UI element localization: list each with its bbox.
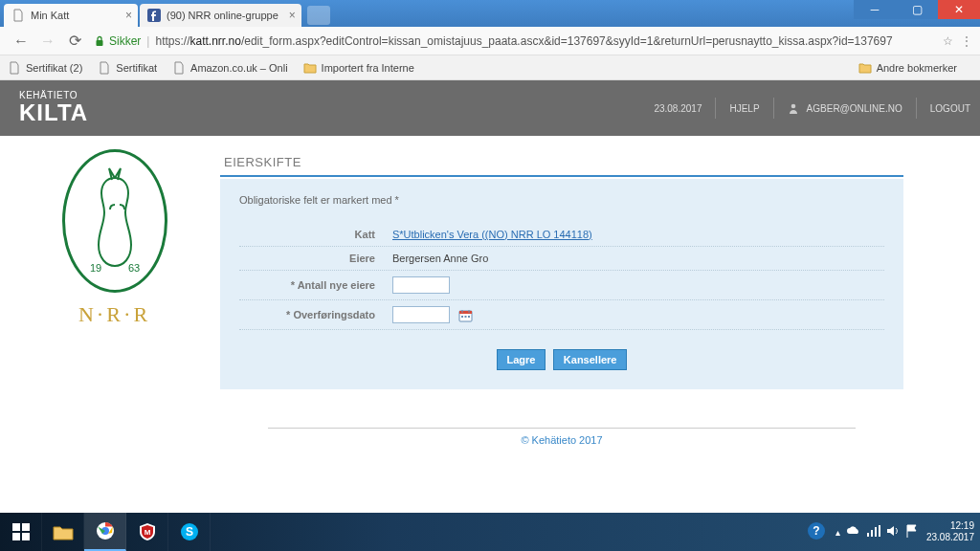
other-bookmarks[interactable]: Andre bokmerker	[858, 61, 957, 75]
antall-input[interactable]	[392, 276, 450, 294]
help-link[interactable]: HJELP	[729, 103, 759, 114]
page-icon	[172, 61, 186, 75]
tab-title: (90) NRR online-gruppe	[167, 10, 278, 21]
svg-rect-13	[12, 533, 20, 540]
main-panel: EIERSKIFTE Obligatoriske felt er markert…	[211, 149, 903, 446]
folder-icon	[858, 61, 872, 75]
window-minimize-button[interactable]: ─	[854, 0, 896, 19]
svg-rect-25	[879, 525, 880, 537]
svg-rect-9	[465, 316, 467, 318]
bookmark-item[interactable]: Sertifikat	[98, 61, 157, 75]
secure-label: Sikker	[109, 34, 141, 48]
logout-link[interactable]: LOGOUT	[930, 103, 970, 114]
close-icon[interactable]: ×	[125, 9, 132, 22]
label-dato: * Overføringsdato	[239, 309, 392, 320]
svg-text:M: M	[144, 528, 150, 537]
app-header: KEHÄTIETO KILTA 23.08.2017 HJELP AGBER@O…	[0, 80, 980, 136]
bookmark-label: Amazon.co.uk – Onli	[190, 62, 288, 74]
nrr-logo: 19 63	[62, 149, 167, 293]
section-title: EIERSKIFTE	[220, 149, 903, 177]
bookmark-item[interactable]: Amazon.co.uk – Onli	[172, 61, 288, 75]
katt-link[interactable]: S*Utblicken's Vera ((NO) NRR LO 144118)	[392, 229, 592, 240]
logo-year-left: 19	[90, 262, 101, 274]
page-icon	[8, 61, 21, 75]
svg-text:?: ?	[813, 524, 819, 538]
address-bar: ← → ⟳ Sikker | https://katt.nrr.no/edit_…	[0, 27, 980, 55]
start-button[interactable]	[0, 513, 42, 551]
task-skype[interactable]: S	[168, 513, 211, 551]
svg-rect-14	[22, 533, 30, 540]
bookmark-item[interactable]: Sertifikat (2)	[8, 61, 82, 75]
onedrive-icon[interactable]	[846, 526, 861, 538]
new-tab-button[interactable]	[307, 6, 330, 25]
star-icon[interactable]: ☆	[943, 34, 953, 48]
page-footer: © Kehätieto 2017	[268, 428, 856, 446]
dato-input[interactable]	[392, 306, 450, 323]
folder-icon	[303, 61, 317, 75]
browser-tab-2[interactable]: (90) NRR online-gruppe ×	[140, 4, 301, 27]
svg-point-3	[80, 164, 149, 278]
value-eiere: Bergersen Anne Gro	[392, 253, 884, 264]
windows-taskbar: M S ? ▴ 12:19 23.08.2017	[0, 513, 980, 551]
svg-rect-24	[875, 527, 877, 537]
browser-titlebar: Min Katt × (90) NRR online-gruppe × ─ ▢ …	[0, 0, 980, 27]
help-tray-icon[interactable]: ?	[807, 521, 826, 542]
row-antall: * Antall nye eiere	[239, 271, 884, 300]
window-close-button[interactable]: ✕	[938, 0, 980, 19]
bookmark-label: Sertifikat	[116, 62, 157, 74]
task-mcafee[interactable]: M	[126, 513, 168, 551]
svg-rect-8	[461, 316, 463, 318]
window-maximize-button[interactable]: ▢	[896, 0, 938, 19]
calendar-icon[interactable]	[458, 309, 473, 322]
task-chrome[interactable]	[84, 513, 126, 551]
save-button[interactable]: Lagre	[497, 349, 546, 370]
svg-rect-12	[22, 523, 30, 531]
row-dato: * Overføringsdato	[239, 300, 884, 330]
page-icon	[98, 61, 111, 75]
logo-year-right: 63	[128, 262, 140, 274]
page-favicon	[11, 9, 25, 22]
svg-rect-23	[871, 530, 873, 537]
bookmark-label: Sertifikat (2)	[26, 62, 82, 74]
svg-rect-11	[12, 523, 20, 531]
cancel-button[interactable]: Kansellere	[553, 349, 628, 370]
site-security[interactable]: Sikker	[94, 34, 141, 48]
svg-rect-10	[468, 316, 470, 318]
task-explorer[interactable]	[42, 513, 84, 551]
chevron-up-icon[interactable]: ▴	[835, 527, 840, 538]
svg-point-2	[791, 104, 795, 109]
label-katt: Katt	[239, 229, 392, 240]
browser-tab-1[interactable]: Min Katt ×	[4, 4, 138, 27]
system-tray: ? ▴ 12:19 23.08.2017	[807, 513, 974, 551]
bookmark-label: Importert fra Interne	[322, 62, 414, 74]
url-field[interactable]: https://katt.nrr.no/edit_form.aspx?editC…	[155, 34, 943, 48]
clock-date: 23.08.2017	[926, 532, 974, 543]
flag-icon[interactable]	[905, 524, 917, 540]
network-icon[interactable]	[867, 525, 880, 539]
tab-title: Min Katt	[31, 10, 69, 21]
svg-rect-22	[867, 533, 869, 537]
sidebar: 19 63 N·R·R	[19, 149, 211, 446]
user-email[interactable]: AGBER@ONLINE.NO	[807, 103, 902, 114]
bookmarks-bar: Sertifikat (2) Sertifikat Amazon.co.uk –…	[0, 55, 980, 80]
nrr-initials: N·R·R	[78, 302, 151, 327]
clock-time: 12:19	[926, 520, 974, 532]
mandatory-note: Obligatoriske felt er markert med *	[239, 194, 884, 206]
svg-rect-5	[459, 311, 472, 314]
label-antall: * Antall nye eiere	[239, 279, 392, 291]
menu-icon[interactable]: ⋮	[961, 34, 972, 48]
reload-button[interactable]: ⟳	[65, 32, 84, 51]
row-katt: Katt S*Utblicken's Vera ((NO) NRR LO 144…	[239, 223, 884, 247]
forward-button: →	[38, 32, 57, 51]
url-path: /edit_form.aspx?editControl=kissan_omist…	[241, 34, 893, 48]
user-icon	[788, 102, 799, 114]
taskbar-clock[interactable]: 12:19 23.08.2017	[926, 520, 974, 543]
url-host: katt.nrr.no	[190, 34, 241, 48]
volume-icon[interactable]	[886, 525, 900, 539]
back-button[interactable]: ←	[11, 32, 31, 51]
url-scheme: https://	[155, 34, 189, 48]
bookmark-item[interactable]: Importert fra Interne	[303, 61, 414, 75]
svg-text:S: S	[185, 525, 192, 539]
brand-big: KILTA	[19, 100, 88, 125]
close-icon[interactable]: ×	[289, 9, 296, 22]
